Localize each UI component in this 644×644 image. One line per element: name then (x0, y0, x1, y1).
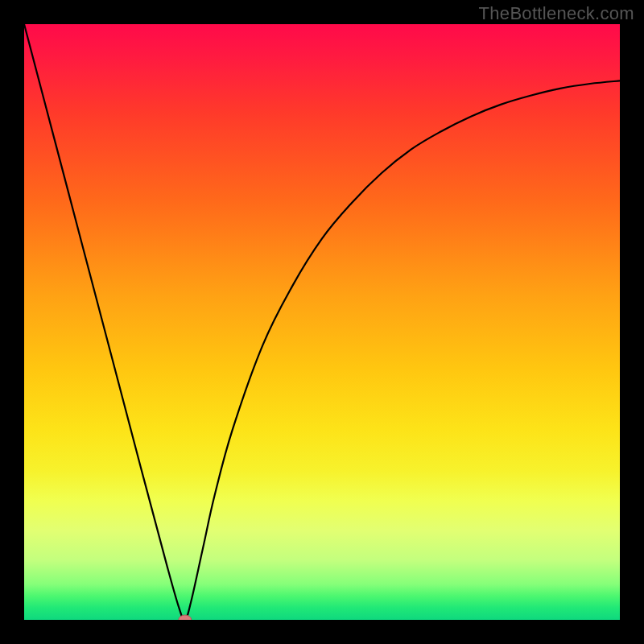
curve-svg (24, 24, 620, 620)
chart-frame: TheBottleneck.com (0, 0, 644, 644)
watermark-text: TheBottleneck.com (479, 3, 634, 24)
minimum-marker (179, 615, 192, 620)
bottleneck-curve (24, 24, 620, 620)
plot-area (24, 24, 620, 620)
